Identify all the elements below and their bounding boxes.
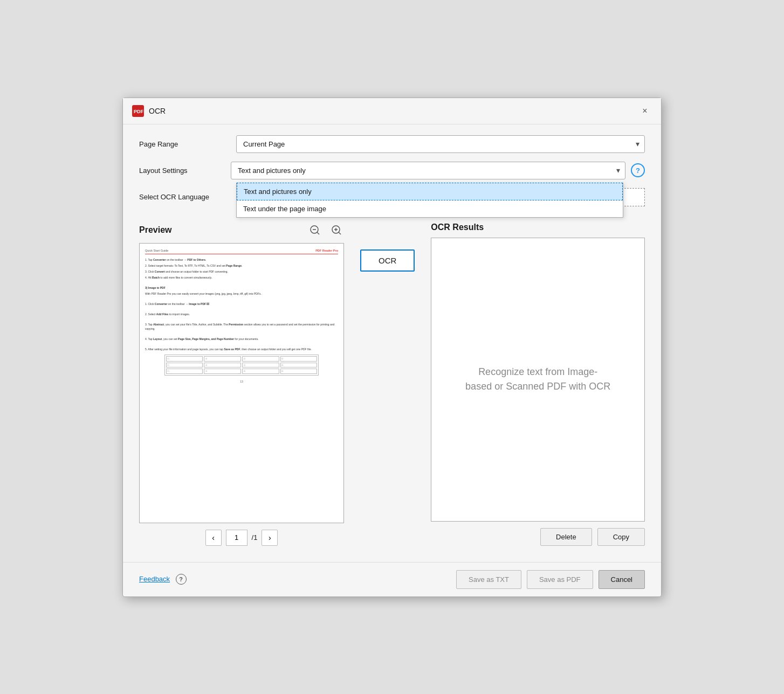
svg-text:PDF: PDF [134, 109, 144, 114]
page-total: /1 [252, 533, 258, 542]
preview-document: Quick Start Guide PDF Reader Pro 1. Tap … [145, 249, 338, 517]
dropdown-option-text-pictures[interactable]: Text and pictures only [237, 183, 623, 200]
bottom-right-buttons: Save as TXT Save as PDF Cancel [456, 570, 645, 589]
pdf-icon: PDF [132, 105, 145, 117]
feedback-area: Feedback ? [139, 574, 187, 585]
ocr-button-area: OCR [355, 223, 420, 546]
layout-dropdown-popup: Text and pictures only Text under the pa… [236, 183, 623, 218]
zoom-in-icon [331, 225, 342, 235]
save-pdf-button[interactable]: Save as PDF [527, 570, 593, 589]
svg-line-8 [339, 232, 341, 234]
save-txt-button[interactable]: Save as TXT [456, 570, 521, 589]
doc-content: 1. Tap Converter on the toolbar → PDF to… [145, 258, 338, 351]
doc-header-right: PDF Reader Pro [315, 249, 338, 253]
page-number-input[interactable] [226, 530, 247, 546]
feedback-link[interactable]: Feedback [139, 575, 170, 583]
bottom-bar: Feedback ? Save as TXT Save as PDF Cance… [123, 562, 661, 596]
layout-settings-select[interactable]: Text and pictures only Text under the pa… [231, 162, 625, 179]
prev-page-button[interactable]: ‹ [205, 530, 222, 546]
layout-settings-label: Layout Settings [139, 166, 225, 175]
dialog-title: OCR [149, 107, 166, 115]
form-section: Page Range Current Page All Pages ▾ Layo… [139, 135, 645, 206]
preview-section: Preview [139, 223, 344, 546]
ocr-dialog: PDF OCR × Page Range Current Page All Pa… [122, 98, 662, 597]
layout-help-button[interactable]: ? [631, 163, 645, 177]
doc-header-left: Quick Start Guide [145, 249, 168, 253]
zoom-out-icon [310, 225, 320, 235]
dropdown-option-text-under[interactable]: Text under the page image [237, 200, 623, 217]
pagination: ‹ /1 › [139, 530, 344, 546]
title-bar: PDF OCR × [123, 98, 661, 124]
layout-dropdown-wrapper: Text and pictures only Text under the pa… [231, 162, 625, 179]
zoom-in-button[interactable] [329, 223, 344, 238]
doc-table: □□□□ □□□□ □□□□ [164, 355, 319, 376]
results-section: OCR Results Recognize text from Image-ba… [431, 223, 645, 546]
language-label: Select OCR Language [139, 193, 225, 201]
copy-button[interactable]: Copy [597, 528, 645, 546]
preview-canvas: Quick Start Guide PDF Reader Pro 1. Tap … [139, 243, 344, 523]
preview-header: Preview [139, 223, 344, 238]
cancel-button[interactable]: Cancel [599, 570, 645, 589]
main-content: Preview [139, 223, 645, 546]
zoom-out-button[interactable] [307, 223, 322, 238]
ocr-button[interactable]: OCR [360, 249, 415, 272]
preview-title: Preview [139, 225, 301, 235]
page-range-row: Page Range Current Page All Pages ▾ [139, 135, 645, 153]
results-actions: Delete Copy [431, 528, 645, 546]
results-canvas: Recognize text from Image-based or Scann… [431, 238, 645, 522]
svg-line-4 [317, 232, 319, 234]
page-range-label: Page Range [139, 140, 225, 148]
results-title: OCR Results [431, 223, 645, 232]
next-page-button[interactable]: › [262, 530, 278, 546]
layout-settings-row: Layout Settings Text and pictures only T… [139, 162, 645, 179]
feedback-help-button[interactable]: ? [176, 574, 187, 585]
title-bar-left: PDF OCR [132, 105, 166, 117]
results-placeholder: Recognize text from Image-based or Scann… [465, 365, 610, 394]
delete-button[interactable]: Delete [540, 528, 592, 546]
doc-page-num: 13 [145, 380, 338, 384]
dialog-body: Page Range Current Page All Pages ▾ Layo… [123, 124, 661, 557]
close-button[interactable]: × [637, 103, 652, 119]
page-range-dropdown-wrapper: Current Page All Pages ▾ [236, 135, 645, 153]
page-range-select[interactable]: Current Page All Pages [236, 135, 645, 153]
